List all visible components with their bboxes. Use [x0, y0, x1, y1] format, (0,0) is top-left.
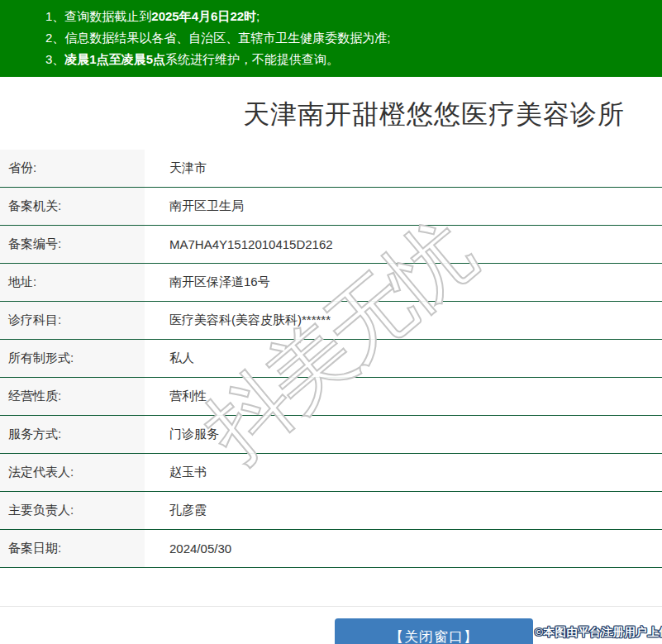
row-value: 2024/05/30 [145, 530, 662, 567]
notice-banner: 1、查询数据截止到2025年4月6日22时; 2、信息数据结果以各省、自治区、直… [0, 0, 662, 77]
notice-2-text: 信息数据结果以各省、自治区、直辖市卫生健康委数据为准; [64, 31, 390, 45]
notice-line-2: 2、信息数据结果以各省、自治区、直辖市卫生健康委数据为准; [45, 27, 662, 49]
table-row-authority: 备案机关: 南开区卫生局 [0, 188, 662, 226]
table-row-legal-representative: 法定代表人: 赵玉书 [0, 454, 662, 492]
table-row-address: 地址: 南开区保泽道16号 [0, 264, 662, 302]
notice-3-bold: 凌晨1点至凌晨5点 [64, 52, 165, 66]
table-row-departments: 诊疗科目: 医疗美容科(美容皮肤科)****** [0, 302, 662, 340]
close-window-button[interactable]: 【关闭窗口】 [335, 618, 533, 644]
row-value: 医疗美容科(美容皮肤科)****** [145, 302, 662, 339]
row-label: 省份: [0, 150, 145, 187]
info-table: 省份: 天津市 备案机关: 南开区卫生局 备案编号: MA7HA4Y151201… [0, 150, 662, 568]
row-value: 私人 [145, 340, 662, 377]
table-row-service-mode: 服务方式: 门诊服务 [0, 416, 662, 454]
table-row-business-nature: 经营性质: 营利性 [0, 378, 662, 416]
notice-3-suffix: 系统进行维护，不能提供查询。 [165, 52, 339, 66]
notice-line-3: 3、凌晨1点至凌晨5点系统进行维护，不能提供查询。 [45, 49, 662, 70]
row-value: 南开区保泽道16号 [145, 264, 662, 301]
table-row-province: 省份: 天津市 [0, 150, 662, 188]
row-label: 服务方式: [0, 416, 145, 453]
row-value: MA7HA4Y1512010415D2162 [145, 226, 662, 263]
row-value: 门诊服务 [145, 416, 662, 453]
page: 1、查询数据截止到2025年4月6日22时; 2、信息数据结果以各省、自治区、直… [0, 0, 662, 644]
notice-1-suffix: ; [256, 9, 260, 23]
row-value: 天津市 [145, 150, 662, 187]
footer-divider [0, 606, 662, 607]
row-label: 备案日期: [0, 530, 145, 567]
copyright-overlay: ©本图由平台注册用户上传 [535, 625, 662, 640]
notice-3-prefix: 3、 [45, 52, 64, 66]
notice-line-1: 1、查询数据截止到2025年4月6日22时; [45, 6, 662, 27]
table-row-record-number: 备案编号: MA7HA4Y1512010415D2162 [0, 226, 662, 264]
notice-1-bold: 2025年4月6日22时 [151, 9, 256, 23]
row-label: 经营性质: [0, 378, 145, 415]
table-row-principal: 主要负责人: 孔彦霞 [0, 492, 662, 530]
table-row-record-date: 备案日期: 2024/05/30 [0, 530, 662, 568]
row-value: 赵玉书 [145, 454, 662, 491]
row-value: 营利性 [145, 378, 662, 415]
row-label: 所有制形式: [0, 340, 145, 377]
page-title: 天津南开甜橙悠悠医疗美容诊所 [0, 94, 662, 135]
row-value: 南开区卫生局 [145, 188, 662, 225]
table-row-ownership: 所有制形式: 私人 [0, 340, 662, 378]
row-label: 主要负责人: [0, 492, 145, 529]
row-label: 诊疗科目: [0, 302, 145, 339]
row-label: 备案编号: [0, 226, 145, 263]
notice-1-prefix: 1、 [45, 9, 64, 23]
row-value: 孔彦霞 [145, 492, 662, 529]
notice-2-prefix: 2、 [45, 31, 64, 45]
row-label: 地址: [0, 264, 145, 301]
notice-1-text: 查询数据截止到 [64, 9, 151, 23]
row-label: 备案机关: [0, 188, 145, 225]
row-label: 法定代表人: [0, 454, 145, 491]
